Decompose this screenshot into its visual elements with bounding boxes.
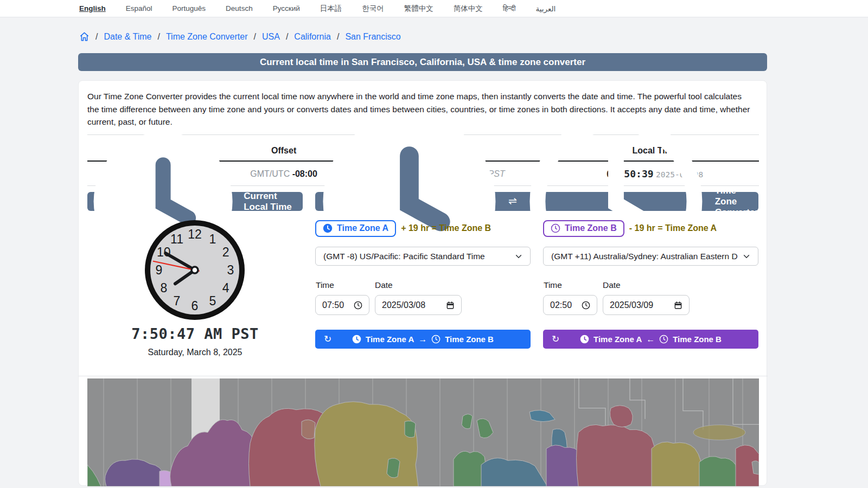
language-bar: EnglishEspañolPortuguêsDeutschРусский日本語… (0, 0, 868, 17)
svg-text:6: 6 (192, 299, 199, 313)
language-link[interactable]: 日本語 (320, 4, 342, 14)
svg-text:10: 10 (157, 245, 171, 259)
world-timezone-map (87, 378, 759, 486)
time-label-a: Time (316, 280, 334, 290)
date-label-a: Date (375, 280, 393, 290)
map-divider (79, 376, 768, 376)
breadcrumb-separator: / (286, 32, 288, 42)
time-label-b: Time (544, 280, 562, 290)
button-to-label: Time Zone B (445, 335, 494, 344)
zone-a-relation: + 19 hr = Time Zone B (401, 223, 491, 233)
language-link[interactable]: Deutsch (226, 4, 253, 12)
svg-text:8: 8 (160, 281, 167, 295)
page: EnglishEspañolPortuguêsDeutschРусский日本語… (0, 0, 868, 488)
zone-b-relation: - 19 hr = Time Zone A (629, 223, 717, 233)
timezone-select-b-value: (GMT +11) Australia/Sydney: Australian E… (551, 252, 743, 261)
language-link[interactable]: 繁體中文 (404, 4, 433, 14)
zone-a-badge-label: Time Zone A (337, 223, 388, 233)
clock-filled-icon (352, 335, 361, 344)
converter-header: ⇌ Time Zone Converter (315, 192, 758, 211)
language-link[interactable]: العربية (535, 4, 556, 13)
clock-outline-icon (551, 223, 560, 233)
zone-b-badge[interactable]: Time Zone B (543, 220, 624, 237)
analog-clock: 123456789101112 (141, 216, 249, 324)
svg-text:3: 3 (227, 263, 234, 277)
language-link[interactable]: Русский (273, 4, 300, 12)
swap-arrows-icon: ⇌ (508, 195, 517, 207)
date-value-a: 2025/03/08 (382, 300, 425, 310)
breadcrumb-link[interactable]: Date & Time (104, 32, 151, 42)
breadcrumb-link[interactable]: San Francisco (345, 32, 400, 42)
time-value-b: 02:50 (550, 300, 572, 310)
zone-b-panel: Time Zone B - 19 hr = Time Zone A (GMT +… (543, 220, 758, 352)
svg-text:11: 11 (170, 232, 183, 246)
zone-b-badge-label: Time Zone B (565, 223, 617, 233)
language-link[interactable]: 한국어 (362, 4, 384, 14)
digital-time: 7:50:47 AM PST (87, 325, 303, 342)
svg-text:9: 9 (156, 263, 163, 277)
time-value-a: 07:50 (322, 300, 344, 310)
zone-a-badge[interactable]: Time Zone A (315, 220, 396, 237)
clock-outline-icon (431, 335, 441, 344)
timezone-select-a-value: (GMT -8) US/Pacific: Pacific Standard Ti… (323, 252, 515, 261)
svg-text:12: 12 (188, 227, 202, 241)
breadcrumb-separator: / (337, 32, 339, 42)
language-link[interactable]: Português (173, 4, 206, 12)
breadcrumb-separator: / (95, 32, 98, 42)
language-link[interactable]: English (79, 4, 106, 12)
current-local-time-label: Current Local Time (244, 191, 303, 213)
calendar-icon[interactable] (446, 301, 455, 310)
breadcrumb-separator: / (254, 32, 256, 42)
chevron-down-icon (515, 253, 522, 260)
date-label-b: Date (603, 280, 621, 290)
refresh-icon: ↻ (552, 333, 559, 345)
language-bar-container: EnglishEspañolPortuguêsDeutschРусский日本語… (0, 0, 868, 17)
svg-text:5: 5 (209, 294, 216, 308)
converter-header-label: Time Zone Converter (715, 185, 758, 218)
svg-text:1: 1 (209, 232, 216, 246)
home-icon[interactable] (79, 31, 90, 42)
time-picker-icon[interactable] (354, 301, 362, 310)
offset-prefix: GMT/UTC (250, 169, 290, 178)
page-title: Current local time in San Francisco, Cal… (78, 53, 767, 71)
breadcrumb-items: /Date & Time/Time Zone Converter/USA/Cal… (95, 32, 401, 42)
language-link[interactable]: 简体中文 (454, 4, 483, 14)
clock-filled-icon (580, 335, 589, 344)
svg-text:7: 7 (174, 294, 181, 308)
offset-value: -08:00 (292, 169, 317, 178)
button-from-label: Time Zone A (593, 335, 642, 344)
refresh-icon: ↻ (324, 333, 331, 345)
timezone-select-a[interactable]: (GMT -8) US/Pacific: Pacific Standard Ti… (315, 247, 531, 266)
date-input-b[interactable]: 2025/03/09 (603, 295, 690, 315)
calendar-icon[interactable] (674, 301, 682, 310)
clock-outline-icon (659, 335, 668, 344)
main-card: Our Time Zone Converter provides the cur… (78, 80, 767, 486)
breadcrumb-link[interactable]: Time Zone Converter (166, 32, 248, 42)
chevron-down-icon (743, 253, 750, 260)
time-input-a[interactable]: 07:50 (315, 295, 369, 315)
button-from-label: Time Zone A (366, 335, 414, 344)
current-local-time-header: Current Local Time (87, 192, 303, 211)
breadcrumb-link[interactable]: USA (262, 32, 280, 42)
date-value-b: 2025/03/09 (610, 300, 653, 310)
button-to-label: Time Zone B (673, 335, 722, 344)
timezone-select-b[interactable]: (GMT +11) Australia/Sydney: Australian E… (543, 247, 758, 266)
breadcrumb-separator: / (157, 32, 159, 42)
time-input-b[interactable]: 02:50 (543, 295, 597, 315)
language-link[interactable]: Español (126, 4, 152, 12)
zone-a-panel: Time Zone A + 19 hr = Time Zone B (GMT -… (315, 220, 531, 352)
convert-b-to-a-button[interactable]: ↻ Time Zone A ← Time Zone B (543, 330, 758, 349)
time-picker-icon[interactable] (582, 301, 590, 310)
svg-text:2: 2 (222, 245, 229, 259)
breadcrumb: /Date & Time/Time Zone Converter/USA/Cal… (79, 31, 401, 42)
language-link[interactable]: हिन्दी (503, 4, 516, 13)
arrow-right-icon: → (418, 335, 427, 344)
clock-filled-icon (323, 223, 333, 233)
convert-a-to-b-button[interactable]: ↻ Time Zone A → Time Zone B (315, 330, 531, 349)
date-input-a[interactable]: 2025/03/08 (375, 295, 462, 315)
svg-text:4: 4 (222, 281, 229, 295)
breadcrumb-link[interactable]: California (294, 32, 331, 42)
arrow-left-icon: ← (646, 335, 655, 344)
date-line: Saturday, March 8, 2025 (87, 348, 303, 357)
